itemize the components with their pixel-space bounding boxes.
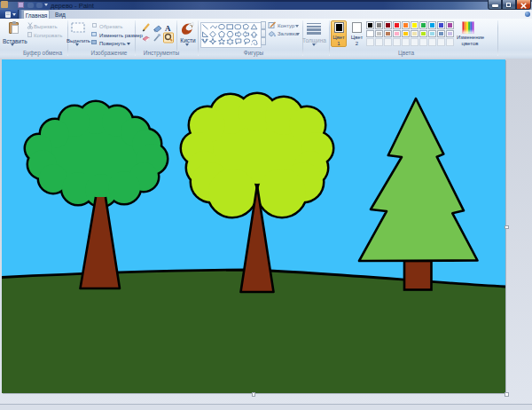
svg-text:A: A [165,24,171,33]
